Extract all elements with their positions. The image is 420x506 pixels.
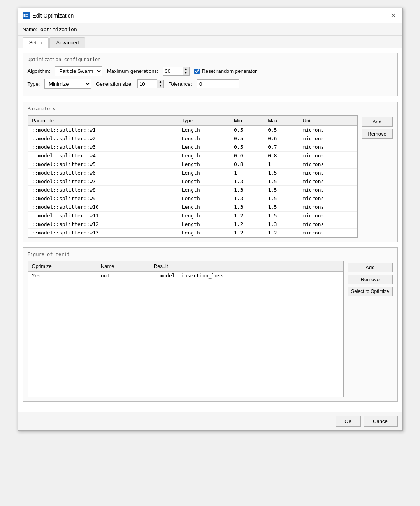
table-row[interactable]: ::model::splitter::w1 Length 0.5 0.5 mic… [28,126,357,134]
tolerance-label: Tolerance: [169,81,192,87]
fom-add-button[interactable]: Add [348,263,392,272]
param-max: 0.8 [264,152,299,160]
reset-random-container: Reset random generator [194,68,257,74]
param-type: Length [178,177,230,186]
param-type: Length [178,143,230,152]
param-name: ::model::splitter::w7 [28,177,178,186]
param-max: 1.2 [264,229,299,237]
param-max: 1.5 [264,177,299,186]
algorithm-label: Algorithm: [28,68,51,74]
table-row[interactable]: ::model::splitter::w4 Length 0.6 0.8 mic… [28,152,357,160]
param-name: ::model::splitter::w11 [28,212,178,220]
footer: OK Cancel [18,412,402,430]
gen-size-down[interactable]: ▼ [157,84,163,88]
close-button[interactable]: ✕ [389,11,398,20]
param-max: 1.5 [264,169,299,177]
type-dropdown[interactable]: Minimize Maximize [44,79,91,89]
table-row[interactable]: ::model::splitter::w13 Length 1.2 1.2 mi… [28,229,357,237]
fom-header-row: Optimize Name Result [28,261,344,272]
gen-size-label: Generation size: [96,81,133,87]
table-row[interactable]: ::model::splitter::w11 Length 1.2 1.5 mi… [28,212,357,220]
param-type: Length [178,134,230,143]
col-min: Min [230,116,264,126]
param-max: 1.5 [264,212,299,220]
name-row: Name: optimization [18,23,402,36]
table-row[interactable]: ::model::splitter::w2 Length 0.5 0.6 mic… [28,134,357,143]
param-name: ::model::splitter::w3 [28,143,178,152]
opt-config-title: Optimization configuration [28,57,393,62]
reset-random-checkbox[interactable] [194,69,200,74]
table-row[interactable]: ::model::splitter::w3 Length 0.5 0.7 mic… [28,143,357,152]
dialog-title: Edit Optimization [33,12,74,19]
fom-col-result: Result [150,261,343,272]
edit-optimization-dialog: EO Edit Optimization ✕ Name: optimizatio… [18,8,403,431]
params-header-row: Parameter Type Min Max Unit [28,116,357,126]
param-type: Length [178,160,230,169]
name-value: optimization [40,26,77,32]
figure-of-merit-section: Figure of merit Optimize Name Result [23,247,398,402]
table-row[interactable]: ::model::splitter::w12 Length 1.2 1.3 mi… [28,220,357,229]
col-parameter: Parameter [28,116,178,126]
col-max: Max [264,116,299,126]
title-bar-left: EO Edit Optimization [23,12,74,19]
cancel-button[interactable]: Cancel [364,416,397,427]
param-min: 1.3 [230,203,264,212]
fom-remove-button[interactable]: Remove [348,275,392,284]
max-gen-down[interactable]: ▼ [183,71,189,75]
param-type: Length [178,152,230,160]
param-unit: microns [299,220,357,229]
app-icon: EO [23,12,30,19]
table-row[interactable]: Yes out ::model::insertion_loss [28,272,344,280]
gen-size-spinner: ▲ ▼ [137,79,164,88]
table-row[interactable]: ::model::splitter::w9 Length 1.3 1.5 mic… [28,194,357,203]
param-name: ::model::splitter::w5 [28,160,178,169]
params-remove-button[interactable]: Remove [362,129,393,139]
param-max: 1.5 [264,186,299,194]
config-row-2: Type: Minimize Maximize Generation size:… [28,79,393,89]
max-gen-input[interactable] [163,67,183,76]
param-name: ::model::splitter::w10 [28,203,178,212]
param-unit: microns [299,169,357,177]
algorithm-dropdown[interactable]: Particle Swarm Genetic Gradient [55,66,102,76]
param-min: 1.3 [230,177,264,186]
table-row[interactable]: ::model::splitter::w10 Length 1.3 1.5 mi… [28,203,357,212]
tolerance-input[interactable] [197,79,239,88]
optimization-config-section: Optimization configuration Algorithm: Pa… [23,53,398,96]
param-min: 1.3 [230,186,264,194]
ok-button[interactable]: OK [336,416,361,427]
param-min: 1.2 [230,212,264,220]
table-row[interactable]: ::model::splitter::w5 Length 0.8 1 micro… [28,160,357,169]
param-min: 0.8 [230,160,264,169]
tab-advanced[interactable]: Advanced [49,37,85,48]
max-gen-up[interactable]: ▲ [183,67,189,71]
reset-random-label: Reset random generator [202,68,257,74]
gen-size-input[interactable] [137,79,157,88]
fom-name: out [97,272,150,280]
gen-size-up[interactable]: ▲ [157,80,163,84]
table-row[interactable]: ::model::splitter::w6 Length 1 1.5 micro… [28,169,357,177]
param-type: Length [178,186,230,194]
fom-optimize: Yes [28,272,97,280]
config-row-1: Algorithm: Particle Swarm Genetic Gradie… [28,66,393,76]
fom-col-optimize: Optimize [28,261,97,272]
fom-select-optimize-button[interactable]: Select to Optimize [348,287,392,296]
table-row[interactable]: ::model::splitter::w7 Length 1.3 1.5 mic… [28,177,357,186]
params-add-button[interactable]: Add [362,117,393,127]
type-label: Type: [28,81,40,87]
parameters-title: Parameters [28,106,393,111]
param-type: Length [178,212,230,220]
param-max: 1.5 [264,194,299,203]
param-name: ::model::splitter::w6 [28,169,178,177]
tabs-bar: Setup Advanced [18,36,402,48]
parameters-table-container: Parameter Type Min Max Unit ::model::spl… [28,115,358,238]
gen-size-spinner-btns: ▲ ▼ [157,80,164,88]
param-name: ::model::splitter::w12 [28,220,178,229]
tab-setup[interactable]: Setup [23,37,49,48]
param-max: 1.5 [264,203,299,212]
param-max: 0.7 [264,143,299,152]
fom-col-name: Name [97,261,150,272]
main-content: Optimization configuration Algorithm: Pa… [18,48,402,412]
col-type: Type [178,116,230,126]
max-gen-label: Maximum generations: [107,68,158,74]
table-row[interactable]: ::model::splitter::w8 Length 1.3 1.5 mic… [28,186,357,194]
